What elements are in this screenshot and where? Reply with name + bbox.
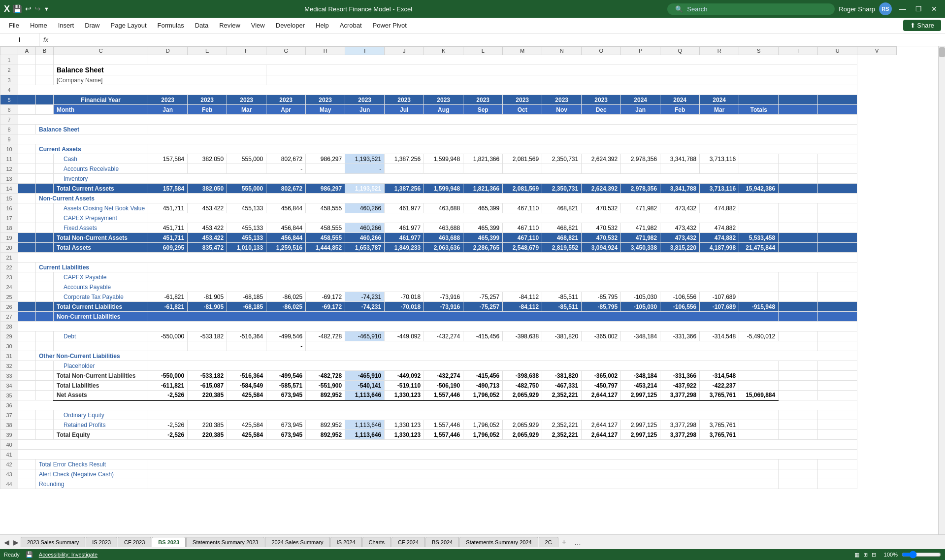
cell[interactable]: 451,711 [148, 203, 188, 213]
cell[interactable]: Inventory [54, 174, 148, 184]
cell[interactable]: 468,821 [542, 203, 582, 213]
cell[interactable]: Jan [621, 105, 660, 115]
cell[interactable]: 458,555 [306, 233, 345, 243]
cell[interactable] [779, 213, 818, 223]
cell[interactable]: -85,511 [542, 292, 582, 302]
cell[interactable]: -85,795 [582, 302, 621, 312]
cell[interactable]: Jan [148, 105, 188, 115]
cell[interactable]: Net Assets [54, 391, 148, 400]
cell[interactable] [148, 341, 188, 351]
cell[interactable] [18, 381, 36, 391]
cell[interactable]: 2,286,765 [463, 243, 503, 253]
cell[interactable] [18, 400, 857, 410]
cell[interactable]: 2023 [266, 95, 306, 105]
cell[interactable] [148, 282, 779, 292]
cell[interactable]: 2,352,221 [542, 430, 582, 440]
cell[interactable]: Balance Sheet [36, 125, 148, 134]
cell[interactable]: 15,069,884 [739, 391, 779, 400]
cell[interactable]: -2,526 [148, 420, 188, 430]
cell[interactable]: 2,978,356 [621, 154, 660, 164]
cell[interactable] [779, 233, 818, 243]
cell[interactable] [36, 95, 54, 105]
cell[interactable]: 220,385 [188, 391, 227, 400]
cell[interactable]: -2,526 [148, 430, 188, 440]
cell[interactable] [148, 410, 779, 420]
cell[interactable]: 2023 [424, 95, 463, 105]
cell[interactable]: 463,688 [424, 233, 463, 243]
cell[interactable]: -61,821 [148, 292, 188, 302]
cell[interactable]: 3,765,761 [700, 420, 739, 430]
cell[interactable] [779, 410, 818, 420]
cell[interactable] [36, 302, 54, 312]
cell[interactable]: -74,231 [345, 302, 385, 312]
cell[interactable] [266, 75, 857, 85]
cell[interactable]: Total Non-Current Assets [54, 233, 148, 243]
cell[interactable]: 382,050 [188, 184, 227, 194]
cell[interactable]: 3,765,761 [700, 430, 739, 440]
cell[interactable]: 2023 [385, 95, 424, 105]
cell[interactable]: Placeholder [54, 361, 148, 371]
cell[interactable]: 2023 [463, 95, 503, 105]
cell[interactable]: 1,113,646 [345, 391, 385, 400]
cell[interactable] [36, 371, 54, 381]
cell[interactable] [779, 361, 818, 371]
cell[interactable]: 461,977 [385, 203, 424, 213]
cell[interactable]: 2,624,392 [582, 184, 621, 194]
cell[interactable]: 460,266 [345, 223, 385, 233]
cell[interactable] [148, 272, 779, 282]
cell[interactable]: 3,377,298 [660, 391, 700, 400]
cell[interactable]: Current Liabilities [36, 263, 148, 272]
cell[interactable] [18, 430, 36, 440]
cell[interactable] [779, 302, 818, 312]
cell[interactable]: 555,000 [227, 154, 266, 164]
cell[interactable] [18, 460, 36, 469]
cell[interactable] [18, 282, 36, 292]
cell[interactable] [36, 391, 54, 400]
cell[interactable] [18, 450, 857, 460]
cell[interactable] [148, 213, 779, 223]
cell[interactable]: 470,532 [582, 203, 621, 213]
cell[interactable]: -432,274 [424, 371, 463, 381]
cell[interactable]: -314,548 [700, 331, 739, 341]
cell[interactable]: 1,821,366 [463, 154, 503, 164]
cell[interactable]: 473,432 [660, 233, 700, 243]
cell[interactable]: Total Error Checks Result [36, 460, 148, 469]
cell[interactable]: -61,821 [148, 302, 188, 312]
cell[interactable]: Corporate Tax Payable [54, 292, 148, 302]
cell[interactable]: -314,548 [700, 371, 739, 381]
cell[interactable]: 892,952 [306, 420, 345, 430]
cell[interactable]: -348,184 [621, 371, 660, 381]
cell[interactable]: 3,377,298 [660, 430, 700, 440]
sheet-tab-cf-2024[interactable]: CF 2024 [391, 537, 425, 547]
cell[interactable] [18, 154, 36, 164]
cell[interactable] [148, 479, 779, 489]
more-sheets-button[interactable]: … [571, 538, 584, 546]
cell[interactable]: 474,882 [700, 203, 739, 213]
cell[interactable] [818, 174, 857, 184]
cell[interactable] [779, 331, 818, 341]
cell[interactable]: 1,387,256 [385, 184, 424, 194]
cell[interactable]: -70,018 [385, 302, 424, 312]
cell[interactable]: Accounts Payable [54, 282, 148, 292]
cell[interactable]: 3,341,788 [660, 154, 700, 164]
cell[interactable]: -73,916 [424, 292, 463, 302]
cell[interactable] [36, 164, 54, 174]
cell[interactable]: 1,193,521 [345, 154, 385, 164]
cell[interactable]: 157,584 [148, 154, 188, 164]
cell[interactable]: Balance Sheet [54, 65, 266, 75]
cell[interactable]: -2,526 [148, 391, 188, 400]
cell[interactable] [779, 105, 818, 115]
cell[interactable] [779, 272, 818, 282]
cell[interactable] [818, 282, 857, 292]
cell[interactable]: 3,341,788 [660, 184, 700, 194]
cell[interactable]: 986,297 [306, 184, 345, 194]
cell[interactable] [227, 164, 266, 174]
cell[interactable]: -331,366 [660, 331, 700, 341]
search-box[interactable]: 🔍 [667, 3, 835, 15]
cell[interactable]: -490,713 [463, 381, 503, 391]
cell[interactable] [18, 371, 36, 381]
col-header-i[interactable]: I [345, 47, 385, 55]
cell[interactable]: CAPEX Payable [54, 272, 148, 282]
cell[interactable]: 2,644,127 [582, 391, 621, 400]
cell[interactable] [739, 371, 779, 381]
